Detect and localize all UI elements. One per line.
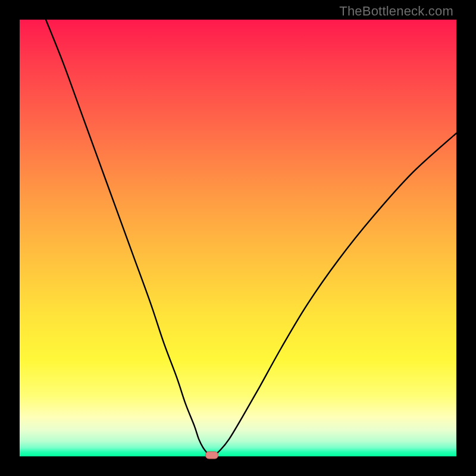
minimum-marker <box>205 451 218 459</box>
chart-frame: TheBottleneck.com <box>0 0 476 476</box>
plot-area <box>20 20 456 456</box>
bottleneck-curve <box>20 20 456 456</box>
watermark-text: TheBottleneck.com <box>339 4 453 19</box>
